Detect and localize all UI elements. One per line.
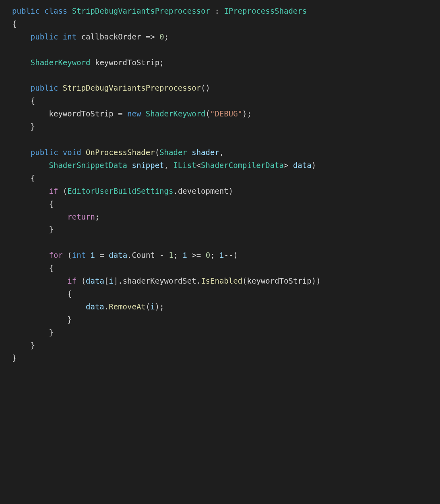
type-classname: StripDebugVariantsPreprocessor	[72, 6, 210, 15]
type-editoruserbuildsettings: EditorUserBuildSettings	[67, 187, 173, 195]
code-line: {	[12, 95, 440, 108]
member-callbackorder: callbackOrder	[81, 32, 141, 41]
constructor-name: StripDebugVariantsPreprocessor	[63, 83, 201, 92]
param-snippet: snippet	[132, 161, 164, 170]
method-isenabled: IsEnabled	[201, 276, 242, 285]
code-line: public void OnProcessShader(Shader shade…	[12, 146, 440, 159]
type-shadercompilerdata: ShaderCompilerData	[201, 161, 284, 170]
code-line: ShaderKeyword keywordToStrip;	[12, 56, 440, 69]
code-line: ShaderSnippetData snippet, IList<ShaderC…	[12, 159, 440, 172]
keyword-new: new	[127, 109, 141, 118]
var-i: i	[91, 251, 95, 259]
code-line: }	[12, 223, 440, 236]
type-shadersnippetdata: ShaderSnippetData	[49, 161, 127, 170]
code-line: return;	[12, 211, 440, 224]
code-line: }	[12, 326, 440, 339]
code-line: {	[12, 172, 440, 185]
code-line: {	[12, 262, 440, 275]
type-ilist: IList	[173, 161, 196, 170]
code-line: }	[12, 339, 440, 352]
code-line: if (EditorUserBuildSettings.development)	[12, 185, 440, 198]
blank-line	[12, 69, 440, 82]
property-shaderkeywordset: shaderKeywordSet	[123, 276, 196, 285]
code-line: if (data[i].shaderKeywordSet.IsEnabled(k…	[12, 275, 440, 288]
literal-zero: 0	[159, 32, 164, 41]
literal-one: 1	[169, 251, 173, 259]
code-line: {	[12, 198, 440, 211]
code-line: data.RemoveAt(i);	[12, 301, 440, 313]
code-line: }	[12, 313, 440, 326]
type-interface: IPreprocessShaders	[224, 6, 307, 15]
property-count: Count	[132, 251, 155, 259]
code-editor[interactable]: public class StripDebugVariantsPreproces…	[0, 5, 440, 365]
keyword-void: void	[63, 148, 81, 157]
keyword-public: public	[12, 6, 40, 15]
keyword-int: int	[63, 32, 76, 41]
blank-line	[12, 133, 440, 146]
param-shader: shader	[192, 148, 219, 157]
code-line: keywordToStrip = new ShaderKeyword("DEBU…	[12, 108, 440, 120]
code-line: public class StripDebugVariantsPreproces…	[12, 5, 440, 18]
code-line: public int callbackOrder => 0;	[12, 31, 440, 44]
keyword-class: class	[44, 6, 67, 15]
code-line: }	[12, 352, 440, 365]
code-line: {	[12, 288, 440, 301]
code-line: {	[12, 18, 440, 31]
blank-line	[12, 236, 440, 249]
property-development: development	[178, 187, 229, 195]
code-line: }	[12, 120, 440, 133]
method-removeat: RemoveAt	[109, 302, 146, 311]
string-debug: "DEBUG"	[210, 109, 242, 118]
param-data: data	[293, 161, 312, 170]
keyword-return: return	[67, 212, 95, 221]
code-line: public StripDebugVariantsPreprocessor()	[12, 82, 440, 95]
keyword-if: if	[49, 187, 58, 195]
field-keywordtostrip: keywordToStrip	[95, 58, 159, 67]
code-line: for (int i = data.Count - 1; i >= 0; i--…	[12, 249, 440, 262]
method-onprocessshader: OnProcessShader	[86, 148, 155, 157]
keyword-for: for	[49, 251, 63, 259]
blank-line	[12, 44, 440, 56]
type-shaderkeyword: ShaderKeyword	[31, 58, 91, 67]
type-shader: Shader	[159, 148, 187, 157]
